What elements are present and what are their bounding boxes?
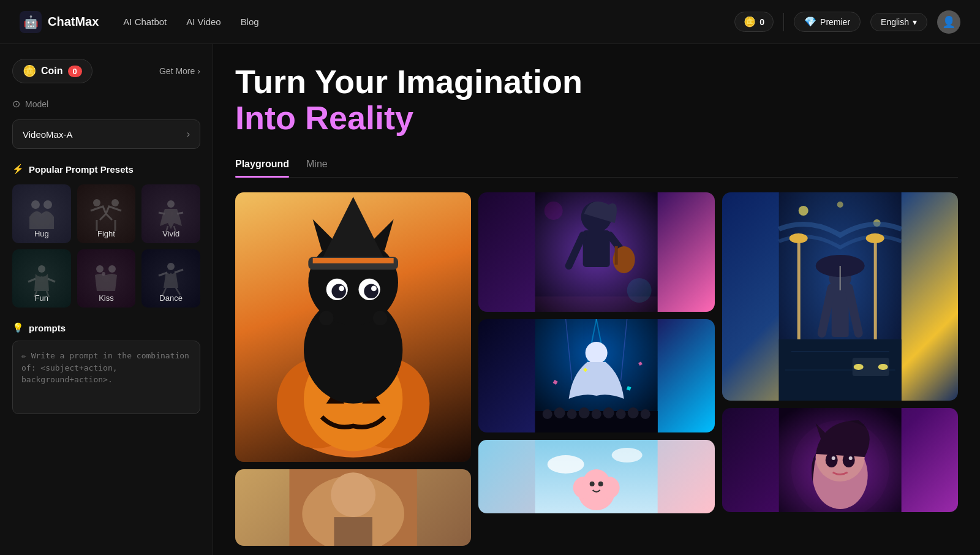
svg-rect-36 (334, 517, 372, 546)
gallery-col-3 (722, 192, 958, 546)
tab-mine[interactable]: Mine (306, 154, 328, 177)
svg-point-6 (96, 265, 104, 273)
svg-point-56 (579, 407, 590, 418)
svg-point-76 (798, 206, 808, 216)
svg-point-68 (612, 448, 643, 462)
content-area: Turn Your Imagination Into Reality Playg… (213, 44, 980, 555)
preset-kiss-label: Kiss (99, 293, 114, 303)
presets-title-label: Popular Prompt Presets (29, 164, 134, 175)
header-coin-count: 0 (760, 17, 764, 27)
main-layout: 🪙 Coin 0 Get More › ⊙ Model VideoMax-A ›… (0, 44, 980, 555)
premier-button[interactable]: 💎 Premier (794, 12, 861, 32)
svg-point-7 (108, 265, 116, 273)
svg-rect-81 (873, 241, 876, 352)
language-button[interactable]: English ▾ (870, 13, 927, 31)
model-selector[interactable]: VideoMax-A › (12, 119, 200, 149)
svg-point-67 (548, 455, 584, 474)
gallery-item-purple-girl[interactable] (722, 408, 958, 512)
main-nav: AI Chatbot AI Video Blog (123, 17, 258, 27)
svg-point-1 (43, 200, 52, 209)
nav-ai-chatbot[interactable]: AI Chatbot (123, 17, 167, 27)
svg-point-53 (543, 409, 552, 419)
gallery-item-bottom-left[interactable] (235, 469, 471, 546)
premier-icon: 💎 (804, 16, 816, 28)
logo-area: 🤖 ChatMax (20, 11, 99, 33)
gallery-image-guitar-girl (478, 192, 714, 312)
gallery-image-bottom-left (235, 469, 471, 546)
gallery-item-cat-pumpkin[interactable] (235, 192, 471, 462)
prompts-label: prompts (29, 323, 66, 333)
gallery-image-cat-pumpkin (235, 192, 471, 462)
svg-point-60 (628, 407, 639, 418)
gallery-item-sky-pink[interactable] (478, 440, 714, 513)
model-name: VideoMax-A (23, 129, 72, 140)
avatar[interactable]: 👤 (937, 10, 960, 34)
svg-point-61 (641, 409, 650, 419)
svg-rect-79 (797, 241, 800, 352)
svg-point-0 (31, 200, 40, 209)
svg-point-43 (545, 202, 563, 220)
preset-kiss[interactable]: Kiss (77, 249, 136, 308)
model-icon: ⊙ (12, 98, 20, 110)
premier-label: Premier (820, 17, 850, 27)
coin-icon: 🪙 (23, 64, 36, 78)
preset-vivid[interactable]: Vivid (141, 184, 200, 243)
preset-fun-label: Fun (35, 293, 48, 303)
gallery-image-concert (478, 319, 714, 432)
svg-point-78 (837, 202, 843, 208)
content-tabs: Playground Mine (235, 154, 958, 178)
svg-point-54 (554, 407, 565, 418)
preset-fun[interactable]: Fun (12, 249, 71, 308)
coin-count-badge: 0 (68, 66, 82, 77)
svg-point-51 (586, 342, 608, 364)
svg-point-31 (319, 311, 333, 325)
header-right: 🪙 0 💎 Premier English ▾ 👤 (734, 10, 960, 34)
preset-dance[interactable]: Dance (141, 249, 200, 308)
logo-text: ChatMax (48, 15, 99, 29)
get-more-link[interactable]: Get More › (159, 66, 200, 76)
preset-dance-label: Dance (159, 293, 183, 303)
header-coin-badge: 🪙 0 (734, 12, 774, 32)
svg-point-5 (38, 265, 45, 273)
presets-lightning-icon: ⚡ (12, 164, 24, 175)
preset-hug[interactable]: Hug (12, 184, 71, 243)
hero-title: Turn Your Imagination Into Reality (235, 64, 958, 137)
gallery-item-guitar-girl[interactable] (478, 192, 714, 312)
svg-point-8 (102, 272, 105, 276)
preset-vivid-label: Vivid (162, 229, 179, 238)
svg-point-35 (331, 472, 375, 517)
gallery-item-vangogh[interactable] (722, 192, 958, 401)
tab-playground[interactable]: Playground (235, 154, 289, 177)
coin-label-area: 🪙 Coin 0 (12, 59, 92, 83)
gallery-image-purple-girl (722, 408, 958, 512)
gallery-image-sky-pink (478, 440, 714, 513)
prompt-textarea[interactable] (12, 341, 200, 414)
hero-title-part2: Into Reality (235, 99, 413, 136)
hero-title-part1: Turn Your Imagination (235, 63, 582, 100)
svg-point-3 (111, 199, 119, 206)
nav-ai-video[interactable]: AI Video (186, 17, 221, 27)
presets-section-title: ⚡ Popular Prompt Presets (12, 164, 200, 175)
svg-point-57 (592, 409, 601, 419)
logo-icon: 🤖 (20, 11, 42, 33)
svg-point-9 (167, 263, 175, 270)
svg-point-2 (93, 199, 100, 206)
coin-section: 🪙 Coin 0 Get More › (12, 59, 200, 83)
preset-fight[interactable]: Fight (77, 184, 136, 243)
nav-blog[interactable]: Blog (241, 17, 259, 27)
get-more-arrow: › (197, 66, 200, 76)
gallery-image-vangogh (722, 192, 958, 401)
svg-point-55 (567, 409, 577, 419)
svg-point-4 (167, 200, 175, 208)
svg-point-28 (339, 285, 344, 291)
gallery-item-concert[interactable] (478, 319, 714, 432)
svg-rect-23 (313, 258, 394, 263)
gallery-grid (235, 192, 958, 546)
svg-point-82 (865, 233, 884, 243)
preset-hug-label: Hug (34, 229, 49, 238)
chevron-down-icon: ▾ (913, 17, 917, 27)
get-more-label: Get More (159, 66, 195, 76)
svg-point-32 (373, 311, 387, 325)
svg-point-92 (878, 364, 888, 370)
presets-grid: Hug Fight (12, 184, 200, 308)
